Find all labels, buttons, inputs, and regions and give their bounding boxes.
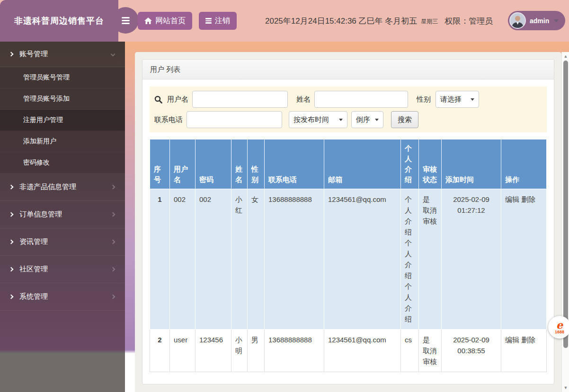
sidebar-subitem-admin-account-add[interactable]: 管理员账号添加 [0, 88, 125, 110]
weekday-text: 星期三 [421, 16, 438, 26]
sidebar-item-label: 社区管理 [19, 265, 48, 274]
sidebar-item-news-management[interactable]: 资讯管理 [0, 228, 125, 256]
col-header-actions: 操作 [501, 139, 547, 189]
sort-field-select[interactable]: 按发布时间 [289, 111, 347, 128]
sidebar-subitem-password-change[interactable]: 密码修改 [0, 152, 125, 174]
search-button[interactable]: 搜索 [391, 111, 418, 128]
search-form: 用户名 姓名 性别 请选择 联系电话 按发 [150, 87, 547, 132]
cell-phone: 13688888888 [265, 189, 324, 330]
username-input[interactable] [192, 91, 288, 108]
cell-audit-status: 是 取消审核 [419, 189, 442, 330]
hamburger-icon [122, 17, 130, 24]
sidebar-item-account-management[interactable]: 账号管理 [0, 42, 125, 67]
col-header-gender: 性别 [248, 139, 265, 189]
cell-no: 2 [150, 330, 170, 372]
sidebar-subitem-label: 添加新用户 [23, 137, 56, 146]
1688-logo-icon: e [556, 320, 563, 330]
gender-select-value: 请选择 [440, 95, 462, 104]
edit-link[interactable]: 编辑 [505, 195, 519, 203]
gender-field-label: 性别 [417, 95, 431, 104]
sidebar-item-community-management[interactable]: 社区管理 [0, 256, 125, 283]
sidebar-item-product-info-management[interactable]: 非遗产品信息管理 [0, 174, 125, 201]
permission-text: 权限：管理员 [445, 16, 493, 26]
app-title: 非遗科普周边销售平台 [14, 15, 104, 26]
gender-select[interactable]: 请选择 [436, 91, 479, 108]
list-icon [205, 18, 212, 24]
chevron-right-icon [111, 267, 116, 272]
datetime-text: 2025年12月24日15:42:36 乙巳年 冬月初五 [265, 16, 417, 26]
sidebar-item-label: 系统管理 [19, 292, 48, 301]
sort-order-value: 倒序 [356, 115, 370, 124]
cell-gender: 男 [248, 330, 265, 372]
col-header-intro: 个人介绍 [401, 139, 419, 189]
col-header-password: 密码 [196, 139, 231, 189]
sidebar-item-system-management[interactable]: 系统管理 [0, 283, 125, 311]
col-header-email: 邮箱 [324, 139, 401, 189]
sidebar-item-label: 账号管理 [19, 50, 48, 59]
delete-link[interactable]: 删除 [521, 336, 535, 344]
scrollbar-thumb[interactable] [563, 61, 568, 348]
cell-added-time: 2025-02-09 00:38:55 [442, 330, 501, 372]
top-header-bar: 非遗科普周边销售平台 网站首页 注销 2025年12月24日15:42:36 乙… [0, 0, 569, 42]
chevron-right-icon [111, 295, 116, 299]
audit-status-text: 是 [423, 336, 430, 344]
chevron-right-icon [111, 240, 116, 244]
cell-gender: 女 [248, 189, 265, 330]
cell-intro: cs [401, 330, 419, 372]
chevron-down-icon [554, 19, 559, 22]
cell-username: 002 [170, 189, 196, 330]
search-row-1: 用户名 姓名 性别 请选择 [154, 91, 542, 108]
cell-name: 小明 [231, 330, 248, 372]
table-row: 1 002 002 小红 女 13688888888 1234561@qq.co… [150, 189, 547, 330]
cancel-audit-link[interactable]: 取消审核 [423, 347, 437, 366]
content-wrapper: 用户 列表 用户名 姓名 性别 请选择 [135, 52, 561, 392]
col-header-username: 用户名 [170, 139, 196, 189]
cell-password: 002 [196, 189, 231, 330]
sidebar-item-label: 订单信息管理 [19, 210, 62, 219]
panel-title: 用户 列表 [142, 60, 554, 79]
panel-body: 用户名 姓名 性别 请选择 联系电话 按发 [142, 79, 554, 379]
cell-added-time: 2025-02-09 01:27:12 [442, 189, 501, 330]
delete-link[interactable]: 删除 [521, 195, 535, 203]
phone-input[interactable] [187, 111, 282, 128]
sidebar-subitem-label: 管理员账号管理 [23, 73, 70, 82]
cancel-audit-link[interactable]: 取消审核 [423, 206, 437, 225]
sidebar-nav: 账号管理 管理员账号管理 管理员账号添加 注册用户管理 添加新用户 密码修改 非… [0, 42, 125, 392]
chevron-right-icon [111, 212, 116, 217]
edit-link[interactable]: 编辑 [505, 336, 519, 344]
sidebar-subitem-add-new-user[interactable]: 添加新用户 [0, 131, 125, 152]
chevron-right-icon [9, 185, 14, 190]
sort-order-select[interactable]: 倒序 [351, 111, 383, 128]
main-area: 用户 列表 用户名 姓名 性别 请选择 [125, 42, 569, 392]
phone-field-label: 联系电话 [154, 115, 183, 124]
cell-email: 1234561@qq.com [324, 330, 401, 372]
sidebar-subitem-label: 管理员账号添加 [23, 95, 70, 103]
user-menu[interactable]: admin [508, 11, 565, 30]
col-header-name: 姓名 [231, 139, 248, 189]
table-header-row: 序号 用户名 密码 姓名 性别 联系电话 邮箱 个人介绍 审核状态 添加时间 操… [150, 139, 547, 189]
logout-button[interactable]: 注销 [199, 12, 237, 30]
1688-logo-text: 1688 [555, 330, 564, 334]
username-field-label: 用户名 [167, 95, 188, 104]
avatar [509, 12, 526, 29]
chevron-right-icon [9, 240, 14, 244]
cell-phone: 13688888888 [265, 330, 324, 372]
chevron-right-icon [111, 185, 116, 190]
cell-password: 123456 [196, 330, 231, 372]
chevron-down-icon [111, 52, 116, 57]
home-button[interactable]: 网站首页 [138, 12, 192, 30]
search-icon [154, 96, 162, 104]
col-header-no: 序号 [150, 139, 170, 189]
scroll-up-arrow-icon[interactable]: ▲ [562, 54, 569, 59]
sidebar-subitem-admin-account-management[interactable]: 管理员账号管理 [0, 67, 125, 88]
scroll-down-arrow-icon[interactable]: ▼ [562, 385, 569, 390]
sidebar-subitem-registered-user-management[interactable]: 注册用户管理 [0, 110, 125, 131]
cell-actions: 编辑 删除 [501, 330, 547, 372]
name-input[interactable] [314, 91, 408, 108]
badge-1688[interactable]: e 1688 [548, 316, 569, 339]
sidebar-toggle-button[interactable] [112, 7, 139, 34]
username-label: admin [530, 17, 549, 25]
cell-name: 小红 [231, 189, 248, 330]
sidebar-item-order-info-management[interactable]: 订单信息管理 [0, 201, 125, 228]
vertical-scrollbar[interactable]: ▲ ▼ [561, 52, 569, 392]
